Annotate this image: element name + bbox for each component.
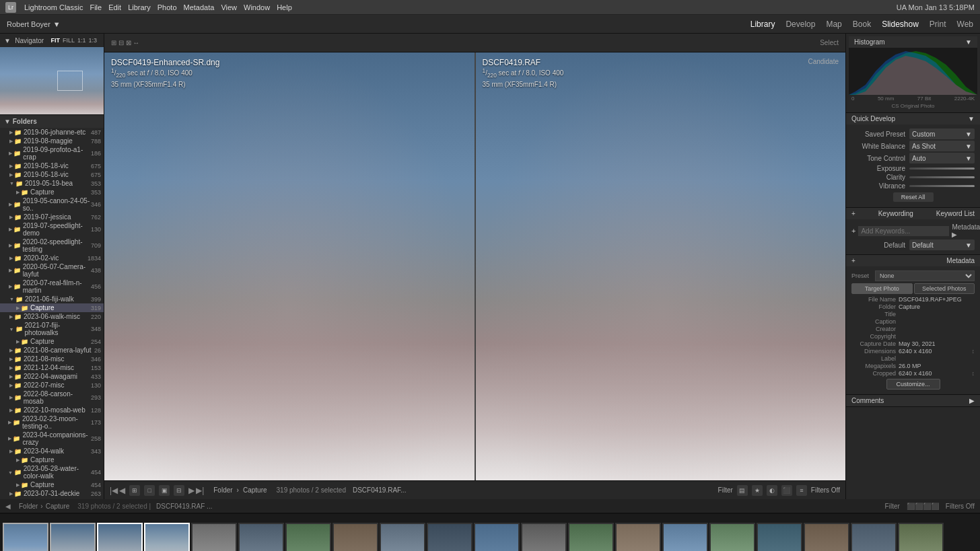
folder-item-7[interactable]: ▶📁2019-05-canon-24-05-so..346 [0, 196, 104, 213]
folder-item-19[interactable]: ▶📁2021-08-camera-layfut26 [0, 346, 104, 355]
target-photo-btn[interactable]: Target Photo [851, 283, 913, 294]
default-control[interactable]: Default ▼ [909, 240, 975, 250]
comments-header[interactable]: Comments ▶ [846, 395, 980, 406]
menu-view[interactable]: View [221, 3, 237, 11]
filmstrip-thumb-11[interactable] [474, 523, 520, 552]
filmstrip-thumb-5[interactable] [191, 523, 237, 552]
filmstrip-thumb-9[interactable] [380, 523, 425, 552]
filmstrip-thumb-19[interactable] [851, 523, 897, 552]
filmstrip-thumb-6[interactable] [238, 523, 284, 552]
folder-item-10[interactable]: ▶📁2020-02-speedlight-testing709 [0, 237, 104, 254]
nav-book[interactable]: Book [853, 20, 871, 29]
next-arrow[interactable]: ▶ [188, 486, 195, 495]
selected-photos-btn[interactable]: Selected Photos [914, 283, 975, 294]
nav-web[interactable]: Web [957, 20, 973, 29]
clarity-slider[interactable] [909, 176, 975, 178]
filter-btn2[interactable]: ◐ [767, 485, 777, 496]
menu-file[interactable]: File [90, 3, 102, 11]
folder-item-32[interactable]: ▶📁2023-07-31-deckie263 [0, 489, 104, 498]
keyword-list-btn[interactable]: Keyword List [936, 210, 975, 217]
filter-btn1[interactable]: ★ [752, 485, 763, 496]
saved-preset-dropdown[interactable]: Custom ▼ [912, 131, 972, 138]
reset-all-button[interactable]: Reset All [893, 192, 934, 202]
folder-item-31[interactable]: ▶📁Capture454 [0, 480, 104, 489]
folder-item-21[interactable]: ▶📁2021-12-04-misc153 [0, 363, 104, 372]
folder-item-6[interactable]: ▶📁Capture353 [0, 188, 104, 196]
customize-button[interactable]: Customize... [886, 379, 940, 390]
grid-view-btn[interactable]: ⊞ [129, 485, 140, 496]
zoom-1-1[interactable]: 1:1 [77, 37, 86, 44]
first-arrow[interactable]: |◀ [110, 486, 118, 495]
folder-item-23[interactable]: ▶📁2022-07-misc130 [0, 381, 104, 390]
nav-library[interactable]: Library [750, 20, 775, 29]
folder-item-9[interactable]: ▶📁2019-07-speedlight-demo130 [0, 221, 104, 237]
folder-item-15[interactable]: ▶📁Capture319 [0, 303, 104, 312]
vibrance-slider[interactable] [909, 185, 975, 187]
folder-item-11[interactable]: ▶📁2020-02-vic1834 [0, 254, 104, 262]
filmstrip-thumb-15[interactable] [662, 523, 708, 552]
filmstrip-thumb-3[interactable] [97, 523, 143, 552]
white-balance-control[interactable]: As Shot ▼ [909, 141, 975, 151]
keyword-input[interactable] [858, 226, 949, 236]
exposure-slider[interactable] [909, 168, 975, 170]
menu-photo[interactable]: Photo [158, 3, 177, 11]
zoom-fill[interactable]: FILL [63, 37, 75, 44]
folder-item-13[interactable]: ▶📁2020-07-real-film-n-martin456 [0, 279, 104, 295]
filmstrip-thumb-13[interactable] [568, 523, 614, 552]
filmstrip-thumb-20[interactable] [898, 523, 944, 552]
filmstrip-thumb-7[interactable] [285, 523, 331, 552]
nav-print[interactable]: Print [930, 20, 946, 29]
menu-lightroom[interactable]: Lightroom Classic [24, 3, 83, 11]
filmstrip-thumb-4[interactable] [144, 523, 190, 552]
histogram-header[interactable]: Histogram ▼ [849, 36, 977, 48]
filmstrip-thumb-2[interactable] [50, 523, 96, 552]
menu-window[interactable]: Window [244, 3, 270, 11]
folder-item-30[interactable]: ▼📁2023-05-28-water-color-walk454 [0, 464, 104, 480]
folder-item-24[interactable]: ▶📁2022-08-carson-mosab293 [0, 390, 104, 406]
folder-item-1[interactable]: ▶📁2019-08-maggie788 [0, 137, 104, 145]
navigator-arrow[interactable]: ▼ [4, 37, 11, 44]
prev-arrow[interactable]: ◀ [119, 486, 125, 495]
tone-control-dropdown[interactable]: Auto ▼ [912, 155, 972, 162]
nav-develop[interactable]: Develop [785, 20, 815, 29]
folder-item-20[interactable]: ▶📁2021-08-misc346 [0, 355, 104, 363]
last-arrow[interactable]: ▶| [196, 486, 204, 495]
zoom-1-3[interactable]: 1:3 [88, 37, 97, 44]
metadata-btn[interactable]: Metadata ▶ [952, 223, 980, 238]
filmstrip-thumb-16[interactable] [709, 523, 755, 552]
zoom-fit[interactable]: FIT [50, 37, 60, 44]
filmstrip-thumb-17[interactable] [757, 523, 802, 552]
folder-item-17[interactable]: ▼📁2021-07-fiji-photowalks348 [0, 321, 104, 337]
nav-slideshow[interactable]: Slideshow [882, 20, 919, 29]
navigator-image[interactable] [0, 47, 104, 114]
filmstrip-thumb-18[interactable] [804, 523, 849, 552]
compare-view-btn[interactable]: ▣ [159, 485, 170, 496]
tone-control-control[interactable]: Auto ▼ [909, 153, 975, 163]
folder-item-3[interactable]: ▶📁2019-05-18-vic675 [0, 161, 104, 170]
filmstrip-thumb-10[interactable] [427, 523, 473, 552]
folder-item-16[interactable]: ▶📁2023-06-walk-misc220 [0, 312, 104, 321]
loupe-view-btn[interactable]: □ [144, 485, 155, 496]
folder-item-12[interactable]: ▶📁2020-05-07-Camera-layfut438 [0, 262, 104, 279]
select-button[interactable]: Select [820, 39, 839, 46]
filmstrip-thumb-8[interactable] [332, 523, 378, 552]
folders-header[interactable]: ▼ Folders [0, 115, 104, 128]
folder-item-33[interactable]: ▶📁2023-08-09-awagami-thn418 [0, 498, 104, 499]
folder-item-25[interactable]: ▶📁2022-10-mosab-web128 [0, 406, 104, 414]
filmstrip-thumb-1[interactable] [3, 523, 48, 552]
filmstrip-thumb-12[interactable] [521, 523, 567, 552]
metadata-header[interactable]: + Metadata [846, 255, 980, 266]
menu-library[interactable]: Library [128, 3, 151, 11]
folder-item-0[interactable]: ▶📁2019-06-johanne-etc487 [0, 128, 104, 137]
folder-item-2[interactable]: ▶📁2019-09-profoto-a1-crap186 [0, 145, 104, 161]
saved-preset-control[interactable]: Custom ▼ [909, 128, 975, 139]
menu-edit[interactable]: Edit [108, 3, 121, 11]
folder-item-14[interactable]: ▼📁2021-06-fiji-walk399 [0, 295, 104, 303]
quick-develop-header[interactable]: Quick Develop ▼ [846, 113, 980, 124]
nav-map[interactable]: Map [826, 20, 841, 29]
folder-item-5[interactable]: ▼📁2019-05-19-bea353 [0, 179, 104, 188]
filmstrip-prev[interactable]: ◀ [5, 503, 11, 510]
keywording-header[interactable]: + Keywording Keyword List [846, 208, 980, 219]
filter-btn4[interactable]: ≡ [796, 485, 807, 496]
folder-item-27[interactable]: ▶📁2023-04-companions-crazy258 [0, 431, 104, 447]
